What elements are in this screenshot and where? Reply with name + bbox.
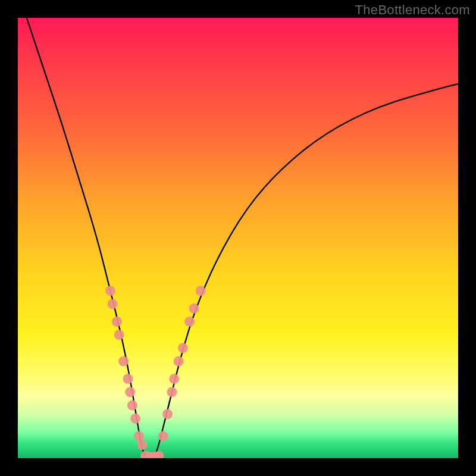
svg-point-1 — [108, 299, 118, 309]
svg-point-20 — [178, 343, 188, 353]
chart-container: TheBottleneck.com — [0, 0, 476, 476]
svg-point-10 — [137, 440, 147, 450]
svg-point-18 — [169, 374, 179, 384]
svg-point-2 — [112, 317, 122, 327]
watermark-text: TheBottleneck.com — [355, 2, 470, 18]
svg-point-9 — [134, 431, 144, 441]
svg-point-3 — [114, 330, 124, 340]
svg-point-22 — [189, 303, 199, 314]
svg-point-19 — [174, 356, 184, 367]
svg-point-21 — [184, 317, 195, 327]
plot-area — [18, 18, 458, 458]
curve-markers — [105, 286, 206, 458]
curve-svg — [18, 18, 458, 458]
svg-point-23 — [196, 286, 206, 296]
svg-point-17 — [167, 387, 177, 397]
svg-point-6 — [125, 387, 135, 397]
svg-point-4 — [118, 356, 129, 367]
svg-point-7 — [127, 400, 137, 411]
svg-point-8 — [130, 414, 140, 424]
bottleneck-curve — [27, 18, 458, 458]
svg-point-5 — [123, 374, 133, 384]
svg-point-15 — [158, 431, 168, 441]
svg-point-0 — [105, 286, 115, 296]
svg-point-16 — [162, 409, 173, 419]
